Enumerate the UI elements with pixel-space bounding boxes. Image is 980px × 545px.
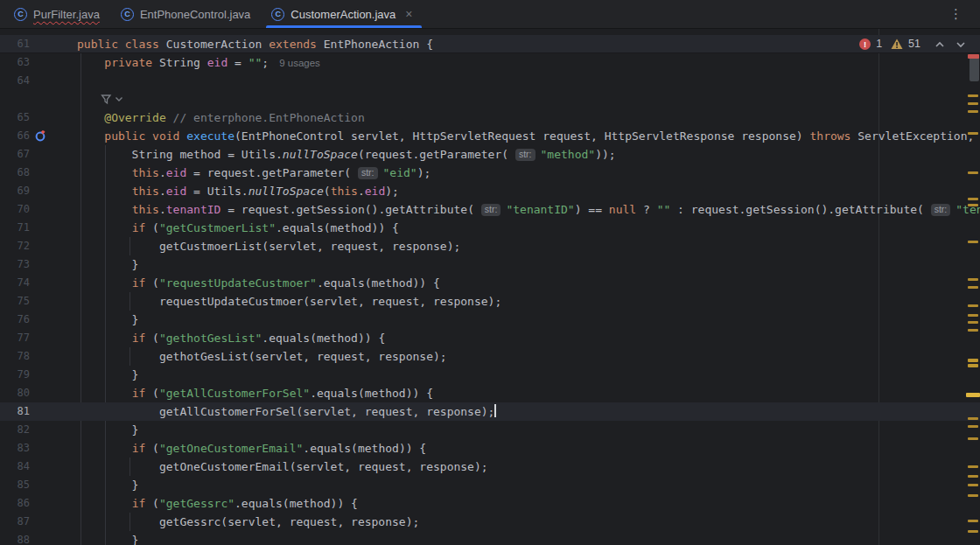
code-line-87[interactable]: 87 getGessrc(servlet, request, response)… [0,513,980,531]
code-line-64[interactable]: 64 [0,72,980,90]
code-line-65[interactable]: 65 @Override // enterphone.EntPhoneActio… [0,108,980,127]
line-number-80[interactable]: 80 [0,384,30,402]
line-number-73[interactable]: 73 [0,255,30,274]
ide-window: CPurFilter.javaCEntPhoneControl.javaCCus… [0,0,980,545]
code-token: ( [145,387,159,400]
line-number-66[interactable]: 66 [0,127,30,145]
line-number-86[interactable]: 86 [0,494,30,513]
code-line-75[interactable]: 75 requestUpdateCustmoer(servlet, reques… [0,292,980,311]
inspections-widget[interactable]: ! 1 51 [859,35,966,53]
line-number-85[interactable]: 85 [0,476,30,494]
code-line-84[interactable]: 84 getOneCustomerEmail(servlet, request,… [0,458,980,476]
inline-hint-actions[interactable] [70,90,123,108]
chevron-down-icon[interactable] [115,96,123,102]
tab-purfilter-java[interactable]: CPurFilter.java [5,0,112,28]
code-line-69[interactable]: 69 this.eid = Utils.nullToSpace(this.eid… [0,182,980,200]
gutter-cell: 79 [0,366,70,384]
line-number-83[interactable]: 83 [0,439,30,458]
tab-entphonecontrol-java[interactable]: CEntPhoneControl.java [112,0,262,28]
code-line-76[interactable]: 76 } [0,311,980,329]
tab-options-menu-icon[interactable]: ⋮ [946,6,966,22]
warning-stripe-mark [968,530,978,533]
code-line-85[interactable]: 85 } [0,476,980,494]
warning-stripe-mark [968,304,978,307]
code-token [77,332,132,345]
gutter-icon-slot [34,368,55,382]
line-number-81[interactable]: 81 [0,402,30,421]
code-line-67[interactable]: 67 String method = Utils.nullToSpace(req… [0,145,980,164]
line-number-82[interactable]: 82 [0,421,30,439]
code-token: execute [186,129,234,143]
code-token: . [159,166,166,179]
code-token: . [159,185,166,198]
line-number[interactable]: 61 [0,35,30,53]
code-token: )); [595,148,615,161]
usages-hint[interactable]: 9 usages [279,58,320,68]
code-line-63[interactable]: 63 private String eid = "";9 usages [0,53,980,72]
code-line-73[interactable]: 73 } [0,255,980,274]
code-token: } [77,423,138,437]
sticky-line[interactable]: 61 public class CustomerAction extends E… [0,35,980,53]
code-line-81[interactable]: 81 getAllCustomerForSel(servlet, request… [0,402,980,421]
line-number-72[interactable]: 72 [0,237,30,255]
code-line-88[interactable]: 88 } [0,531,980,545]
line-number-70[interactable]: 70 [0,200,30,219]
intention-actions-icon[interactable] [101,94,112,105]
previous-problem-button[interactable] [934,41,945,48]
code-line-70[interactable]: 70 this.tenantID = request.getSession().… [0,200,980,219]
code-text: private String eid = "";9 usages [70,53,320,72]
code-line-74[interactable]: 74 if ("requestUpdateCustmoer".equals(me… [0,274,980,292]
code-text: String method = Utils.nullToSpace(reques… [70,145,616,164]
code-line-66[interactable]: 66 public void execute(EntPhoneControl s… [0,127,980,145]
warning-stripe-mark [968,278,978,281]
code-line-71[interactable]: 71 if ("getCustmoerList".equals(method))… [0,219,980,237]
overriding-method-icon[interactable] [34,129,55,143]
line-number-84[interactable]: 84 [0,458,30,476]
line-number-69[interactable]: 69 [0,182,30,200]
line-number-67[interactable]: 67 [0,145,30,164]
code-line-77[interactable]: 77 if ("gethotGesList".equals(method)) { [0,329,980,347]
code-text: this.tenantID = request.getSession().get… [70,200,980,219]
code-line-68[interactable]: 68 this.eid = request.getParameter( str:… [0,164,980,182]
close-tab-icon[interactable]: × [405,8,412,20]
gutter-icon-slot [34,442,55,456]
code-token: getGessrc(servlet, request, response); [77,515,419,528]
line-number-78[interactable]: 78 [0,347,30,366]
line-number-63[interactable]: 63 [0,53,30,72]
gutter-cell: 66 [0,127,70,145]
line-number-65[interactable]: 65 [0,108,30,127]
code-line-78[interactable]: 78 gethotGesList(servlet, request, respo… [0,347,980,366]
gutter-icon-slot [34,497,55,511]
parameter-name-hint: str: [931,204,951,216]
code-line-86[interactable]: 86 if ("getGessrc".equals(method)) { [0,494,980,513]
line-number-76[interactable]: 76 [0,311,30,329]
line-number-64[interactable]: 64 [0,72,30,90]
code-line-72[interactable]: 72 getCustmoerList(servlet, request, res… [0,237,980,255]
warning-stripe-mark [968,110,978,113]
code-line-83[interactable]: 83 if ("getOneCustomerEmail".equals(meth… [0,439,980,458]
code-token: ); [385,185,399,198]
code-editor[interactable]: 61 public class CustomerAction extends E… [0,29,980,545]
code-line-79[interactable]: 79 } [0,366,980,384]
code-line-80[interactable]: 80 if ("getAllCustomerForSel".equals(met… [0,384,980,402]
scrollbar-track[interactable] [968,29,980,545]
line-number-68[interactable]: 68 [0,164,30,182]
line-number-87[interactable]: 87 [0,513,30,531]
gutter-cell: 86 [0,494,70,513]
line-number-77[interactable]: 77 [0,329,30,347]
line-number-75[interactable]: 75 [0,292,30,311]
line-number-71[interactable]: 71 [0,219,30,237]
code-token: getOneCustomerEmail(servlet, request, re… [77,460,488,473]
tab-customeraction-java[interactable]: CCustomerAction.java× [262,0,424,28]
next-problem-button[interactable] [956,41,966,48]
code-token: ( [145,332,159,345]
line-number-88[interactable]: 88 [0,531,30,545]
code-token: "getCustmoerList" [159,221,276,234]
line-number-74[interactable]: 74 [0,274,30,292]
code-line-82[interactable]: 82 } [0,421,980,439]
sticky-gutter: 61 [0,35,70,53]
line-number-79[interactable]: 79 [0,366,30,384]
warning-stripe-mark [968,171,978,174]
warning-stripe-mark [968,417,978,420]
code-token: . [159,203,166,216]
